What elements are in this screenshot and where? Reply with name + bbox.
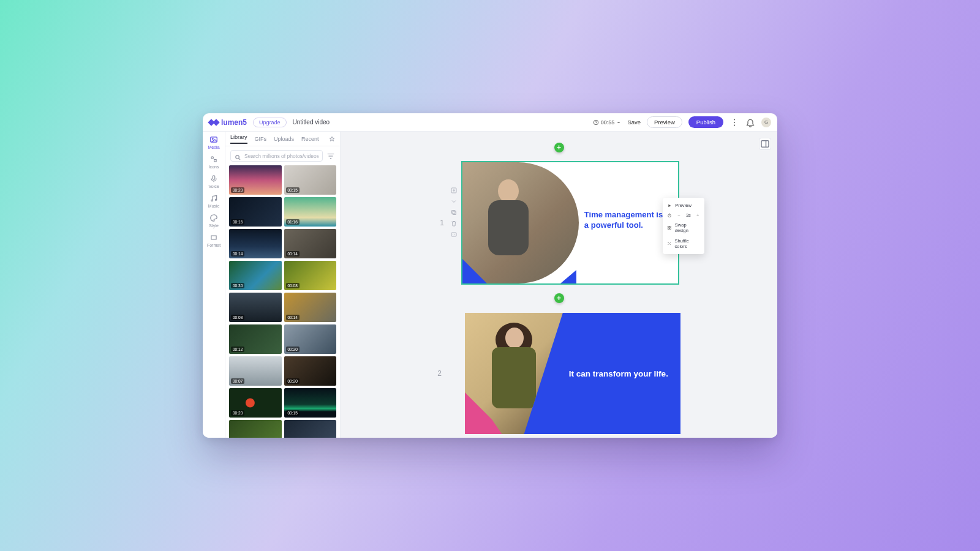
plus-icon[interactable]: +	[695, 212, 700, 218]
media-thumbnail[interactable]: 00:20	[229, 388, 282, 418]
add-scene-button[interactable]: +	[554, 143, 564, 152]
minus-icon[interactable]: −	[677, 212, 682, 218]
thumb-duration: 00:14	[231, 251, 244, 257]
palette-icon	[209, 214, 218, 222]
media-thumbnail[interactable]: 00:20	[284, 324, 337, 354]
svg-point-5	[212, 138, 213, 140]
bell-icon[interactable]	[745, 118, 755, 127]
svg-rect-22	[670, 228, 671, 230]
media-thumbnail[interactable]: 00:30	[229, 261, 282, 290]
media-thumbnail[interactable]: 00:12	[229, 324, 282, 354]
shuffle-icon	[667, 241, 671, 246]
media-thumbnail[interactable]: 00:16	[229, 197, 282, 227]
media-thumbnail[interactable]: 00:15	[284, 165, 337, 195]
panel-toggle-icon[interactable]	[759, 138, 771, 150]
preview-button[interactable]: Preview	[647, 116, 682, 128]
chevron-down-icon	[616, 120, 621, 125]
copy-icon[interactable]	[450, 209, 458, 216]
search-box[interactable]	[230, 150, 323, 162]
svg-point-2	[734, 121, 735, 122]
media-thumbnail[interactable]: 00:15	[284, 388, 337, 418]
more-icon[interactable]	[729, 118, 739, 127]
media-thumbnail[interactable]: 00:20	[284, 356, 337, 386]
add-media-icon[interactable]	[450, 187, 458, 194]
media-thumbnail[interactable]: 00:08	[284, 261, 337, 290]
tab-library[interactable]: Library	[230, 134, 247, 144]
svg-rect-7	[214, 160, 217, 162]
thumb-duration: 00:14	[286, 315, 300, 320]
rail-label: Voice	[208, 184, 219, 189]
rail-media[interactable]: Media	[208, 135, 219, 149]
brand-name: lumen5	[221, 118, 247, 127]
filter-icon[interactable]	[326, 152, 335, 160]
scene-tools	[450, 187, 458, 238]
save-button[interactable]: Save	[627, 119, 641, 126]
timer-icon	[667, 213, 672, 218]
tab-uploads[interactable]: Uploads	[274, 136, 294, 142]
media-thumbnail[interactable]: 01:16	[284, 197, 337, 227]
media-thumbnail[interactable]	[284, 420, 337, 438]
media-thumbnail[interactable]: 00:07	[229, 356, 282, 386]
thumb-duration: 00:15	[286, 187, 300, 193]
delete-icon[interactable]	[450, 220, 458, 227]
media-thumbnail[interactable]: 00:14	[229, 229, 282, 258]
project-title[interactable]: Untitled video	[293, 119, 330, 126]
media-thumbnail[interactable]: 00:20	[229, 165, 282, 195]
media-thumbnail[interactable]: 00:14	[284, 229, 337, 258]
svg-point-6	[211, 157, 214, 159]
scene-1[interactable]: Time management is a powerful tool.	[462, 162, 678, 283]
svg-point-10	[215, 199, 216, 200]
upgrade-button[interactable]: Upgrade	[253, 118, 287, 127]
rail-format[interactable]: Format	[207, 233, 221, 247]
image-icon	[209, 135, 218, 144]
scene-text[interactable]: It can transform your life.	[569, 369, 668, 378]
duration-dropdown[interactable]: 00:55	[593, 119, 622, 126]
tab-recent[interactable]: Recent	[301, 136, 319, 142]
scene-text[interactable]: Time management is a powerful tool.	[584, 210, 667, 231]
mic-icon	[209, 174, 218, 183]
ctx-preview[interactable]: Preview	[663, 200, 704, 211]
media-thumbnail[interactable]: 00:14	[284, 293, 337, 322]
thumb-duration: 00:20	[231, 187, 244, 193]
media-thumbnail[interactable]	[229, 420, 282, 438]
rail-icons[interactable]: Icons	[209, 155, 219, 169]
tab-gifs[interactable]: GIFs	[255, 136, 267, 142]
thumb-duration: 00:20	[231, 410, 244, 416]
rail-label: Format	[207, 243, 221, 247]
media-thumbnail[interactable]: 00:08	[229, 293, 282, 322]
rail-style[interactable]: Style	[209, 214, 219, 228]
rail-music[interactable]: Music	[208, 194, 219, 208]
user-avatar[interactable]: G	[761, 118, 771, 127]
svg-rect-4	[211, 137, 217, 142]
top-bar: lumen5 Upgrade Untitled video 00:55 Save…	[203, 113, 777, 132]
ctx-shuffle-colors[interactable]: Shuffle colors	[663, 236, 704, 252]
scene-number: 2	[437, 369, 442, 378]
rail-label: Media	[208, 145, 219, 149]
rail-voice[interactable]: Voice	[208, 174, 219, 189]
grid-icon	[667, 225, 672, 230]
clock-icon	[593, 119, 599, 126]
add-scene-button[interactable]: +	[554, 293, 564, 303]
duration-value: 00:55	[601, 119, 615, 126]
logo[interactable]: lumen5	[209, 118, 247, 127]
ctx-swap-design[interactable]: Swap design	[663, 220, 704, 236]
canvas[interactable]: + 1 Time manage	[341, 132, 777, 438]
svg-rect-17	[451, 233, 456, 236]
thumb-duration: 00:12	[231, 347, 244, 352]
crop-icon	[209, 233, 218, 242]
svg-point-9	[211, 200, 213, 201]
rail-label: Icons	[209, 165, 219, 169]
thumb-duration: 00:08	[286, 283, 300, 288]
publish-button[interactable]: Publish	[688, 116, 723, 128]
ctx-duration[interactable]: − 3s +	[663, 211, 704, 220]
rail-label: Style	[209, 223, 219, 228]
duration-value: 3s	[686, 212, 691, 218]
thumb-duration: 00:16	[231, 219, 244, 225]
favorites-icon[interactable]	[329, 136, 335, 142]
chevron-down-icon[interactable]	[450, 198, 458, 205]
svg-rect-8	[213, 176, 215, 179]
thumb-duration: 00:20	[286, 378, 300, 384]
caption-icon[interactable]	[450, 231, 458, 238]
scene-2[interactable]: It can transform your life.	[465, 313, 680, 434]
search-input[interactable]	[244, 153, 318, 159]
